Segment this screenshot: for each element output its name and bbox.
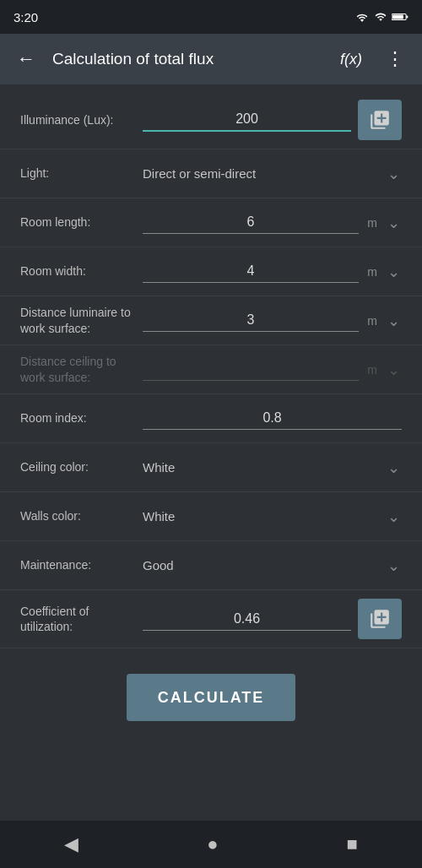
distance-luminaire-input-wrapper — [143, 309, 359, 332]
room-index-input-wrapper — [143, 407, 402, 430]
light-dropdown-arrow[interactable]: ⌄ — [386, 165, 402, 183]
more-options-button[interactable]: ⋮ — [379, 41, 412, 77]
calculate-button-area: CALCULATE — [0, 648, 422, 745]
room-index-label: Room index: — [20, 410, 143, 426]
nav-home-button[interactable]: ● — [187, 823, 238, 865]
room-index-row: Room index: — [0, 394, 422, 443]
ceiling-color-label: Ceiling color: — [20, 459, 143, 475]
battery-icon — [392, 11, 408, 23]
distance-ceiling-dropdown-arrow: ⌄ — [386, 361, 402, 379]
room-width-label: Room width: — [20, 263, 143, 279]
distance-ceiling-input-area: m ⌄ — [143, 358, 402, 381]
illuminance-input[interactable] — [143, 108, 351, 132]
coefficient-input-area — [143, 599, 402, 639]
light-row[interactable]: Light: Direct or semi-direct ⌄ — [0, 149, 422, 198]
walls-color-input-area: White ⌄ — [143, 507, 402, 526]
svg-rect-2 — [407, 16, 408, 19]
room-length-row: Room length: m ⌄ — [0, 198, 422, 247]
status-icons — [354, 11, 408, 23]
ceiling-color-row[interactable]: Ceiling color: White ⌄ — [0, 443, 422, 492]
wifi-icon — [354, 11, 370, 23]
room-length-unit: m — [365, 216, 379, 230]
illuminance-lookup-button[interactable] — [358, 100, 402, 140]
ceiling-color-value: White — [143, 460, 379, 475]
distance-ceiling-row: Distance ceiling to work surface: m ⌄ — [0, 345, 422, 394]
walls-color-label: Walls color: — [20, 508, 143, 524]
coefficient-lookup-icon — [369, 608, 391, 630]
illuminance-input-area — [143, 100, 402, 140]
room-length-input[interactable] — [143, 211, 359, 234]
app-bar-title: Calculation of total flux — [52, 50, 323, 68]
ceiling-color-input-area: White ⌄ — [143, 458, 402, 477]
room-width-dropdown-arrow[interactable]: ⌄ — [386, 263, 402, 281]
distance-ceiling-input-wrapper — [143, 358, 359, 381]
maintenance-label: Maintenance: — [20, 557, 143, 572]
back-button[interactable]: ← — [10, 41, 42, 77]
nav-bar: ◀ ● ■ — [0, 821, 422, 868]
room-length-input-area: m ⌄ — [143, 211, 402, 234]
lookup-icon — [369, 109, 391, 131]
room-width-input[interactable] — [143, 260, 359, 283]
signal-icon — [375, 11, 387, 23]
coefficient-label: Coefficient of utilization: — [20, 604, 143, 634]
coefficient-input[interactable] — [143, 608, 351, 631]
maintenance-row[interactable]: Maintenance: Good ⌄ — [0, 541, 422, 590]
room-index-input-area — [143, 407, 402, 430]
distance-luminaire-input[interactable] — [143, 309, 359, 332]
distance-luminaire-input-area: m ⌄ — [143, 309, 402, 332]
room-width-input-wrapper — [143, 260, 359, 283]
svg-rect-1 — [392, 15, 403, 19]
calculate-button[interactable]: CALCULATE — [127, 674, 295, 721]
coefficient-lookup-button[interactable] — [358, 599, 402, 639]
maintenance-dropdown-arrow[interactable]: ⌄ — [386, 556, 402, 575]
room-width-row: Room width: m ⌄ — [0, 247, 422, 296]
distance-ceiling-label: Distance ceiling to work surface: — [20, 354, 143, 384]
light-value: Direct or semi-direct — [143, 166, 379, 181]
light-input-area: Direct or semi-direct ⌄ — [143, 165, 402, 183]
room-length-dropdown-arrow[interactable]: ⌄ — [386, 214, 402, 232]
coefficient-row: Coefficient of utilization: — [0, 590, 422, 648]
distance-ceiling-unit: m — [365, 363, 379, 377]
illuminance-row: Illuminance (Lux): — [0, 91, 422, 149]
light-label: Light: — [20, 165, 143, 181]
room-width-unit: m — [365, 265, 379, 279]
walls-color-dropdown-arrow[interactable]: ⌄ — [386, 507, 402, 526]
status-bar: 3:20 — [0, 0, 422, 34]
ceiling-color-dropdown-arrow[interactable]: ⌄ — [386, 458, 402, 477]
room-length-label: Room length: — [20, 214, 143, 230]
illuminance-input-wrapper — [143, 108, 351, 132]
room-width-input-area: m ⌄ — [143, 260, 402, 283]
coefficient-input-wrapper — [143, 608, 351, 631]
status-time: 3:20 — [14, 10, 38, 24]
walls-color-value: White — [143, 509, 379, 524]
distance-ceiling-input — [143, 358, 359, 381]
illuminance-label: Illuminance (Lux): — [20, 112, 143, 127]
walls-color-row[interactable]: Walls color: White ⌄ — [0, 492, 422, 541]
nav-back-button[interactable]: ◀ — [44, 823, 99, 865]
distance-luminaire-row: Distance luminaire to work surface: m ⌄ — [0, 296, 422, 345]
maintenance-input-area: Good ⌄ — [143, 556, 402, 575]
nav-recents-button[interactable]: ■ — [327, 823, 378, 865]
distance-luminaire-label: Distance luminaire to work surface: — [20, 305, 143, 335]
maintenance-value: Good — [143, 558, 379, 572]
room-index-input[interactable] — [143, 407, 402, 430]
distance-luminaire-dropdown-arrow[interactable]: ⌄ — [386, 312, 402, 330]
distance-luminaire-unit: m — [365, 314, 379, 328]
form-content: Illuminance (Lux): Light: Direct or semi… — [0, 84, 422, 745]
room-length-input-wrapper — [143, 211, 359, 234]
app-bar: ← Calculation of total flux f(x) ⋮ — [0, 34, 422, 84]
function-icon-button[interactable]: f(x) — [333, 44, 369, 75]
